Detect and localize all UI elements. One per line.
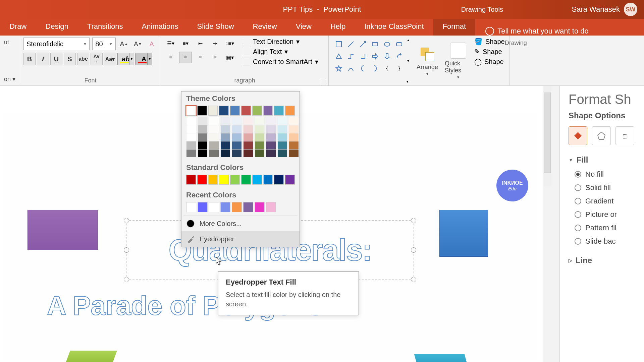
color-shade-swatch[interactable] xyxy=(186,125,196,133)
color-shade-swatch[interactable] xyxy=(289,149,299,157)
color-swatch[interactable] xyxy=(186,106,196,116)
shape-brace2-icon[interactable]: { xyxy=(382,63,392,74)
color-shade-swatch[interactable] xyxy=(232,125,242,133)
resize-handle[interactable] xyxy=(411,247,416,253)
picture-fill-radio[interactable]: Picture or xyxy=(575,210,644,219)
color-shade-swatch[interactable] xyxy=(266,125,276,133)
color-shade-swatch[interactable] xyxy=(220,117,230,125)
teal-trapezoid-shape[interactable] xyxy=(414,354,468,362)
change-case-button[interactable]: Aa▾ xyxy=(104,53,116,65)
tab-draw[interactable]: Draw xyxy=(0,19,36,36)
color-shade-swatch[interactable] xyxy=(255,125,265,133)
shape-textbox-icon[interactable] xyxy=(333,39,344,50)
color-shade-swatch[interactable] xyxy=(220,141,230,149)
purple-rectangle-shape[interactable] xyxy=(28,210,98,250)
color-swatch[interactable] xyxy=(266,202,276,212)
color-shade-swatch[interactable] xyxy=(243,117,253,125)
tab-animations[interactable]: Animations xyxy=(132,19,188,36)
align-text-button[interactable]: Align Text ▾ xyxy=(243,48,318,56)
tab-view[interactable]: View xyxy=(286,19,321,36)
effects-tab-icon[interactable] xyxy=(592,126,611,145)
shape-arrow-down-icon[interactable] xyxy=(382,51,392,62)
vertical-scrollbar[interactable] xyxy=(543,86,551,186)
color-shade-swatch[interactable] xyxy=(255,149,265,157)
color-shade-swatch[interactable] xyxy=(243,125,253,133)
color-shade-swatch[interactable] xyxy=(255,133,265,141)
color-swatch[interactable] xyxy=(232,202,242,212)
color-shade-swatch[interactable] xyxy=(243,141,253,149)
align-right-icon[interactable]: ≡ xyxy=(194,52,207,63)
no-fill-radio[interactable]: No fill xyxy=(575,170,644,179)
tab-transitions[interactable]: Transitions xyxy=(78,19,132,36)
color-swatch[interactable] xyxy=(219,175,229,185)
color-shade-swatch[interactable] xyxy=(277,117,287,125)
color-shade-swatch[interactable] xyxy=(186,117,196,125)
color-shade-swatch[interactable] xyxy=(209,117,219,125)
eyedropper-item[interactable]: Eyedropper xyxy=(181,231,300,247)
tab-review[interactable]: Review xyxy=(244,19,286,36)
resize-handle[interactable] xyxy=(124,218,129,223)
text-direction-button[interactable]: Text Direction ▾ xyxy=(243,38,318,46)
numbering-button[interactable]: ≡▾ xyxy=(179,38,192,49)
font-name-dropdown[interactable]: Stereofidelic▼ xyxy=(23,38,90,50)
pattern-fill-radio[interactable]: Pattern fil xyxy=(575,224,644,232)
color-swatch[interactable] xyxy=(220,202,230,212)
color-swatch[interactable] xyxy=(252,175,262,185)
tab-slideshow[interactable]: Slide Show xyxy=(187,19,243,36)
color-shade-swatch[interactable] xyxy=(289,125,299,133)
shadow-button[interactable]: S xyxy=(64,53,76,65)
shape-fill-button[interactable]: 🪣Shape xyxy=(474,38,505,46)
user-area[interactable]: Sara Wanasek SW xyxy=(572,3,637,16)
tab-help[interactable]: Help xyxy=(321,19,355,36)
line-spacing-icon[interactable]: ↕≡▾ xyxy=(223,38,236,49)
color-swatch[interactable] xyxy=(198,202,208,212)
resize-handle[interactable] xyxy=(411,218,416,223)
color-swatch[interactable] xyxy=(241,175,251,185)
color-shade-swatch[interactable] xyxy=(243,133,253,141)
color-shade-swatch[interactable] xyxy=(209,125,219,133)
shape-roundrect-icon[interactable] xyxy=(394,39,405,50)
paragraph-launcher[interactable] xyxy=(322,79,327,84)
shape-star-icon[interactable] xyxy=(333,63,344,74)
cut-button-partial[interactable]: ut xyxy=(3,38,16,47)
line-section-header[interactable]: ▷Line xyxy=(569,256,644,265)
shape-oval-icon[interactable] xyxy=(382,39,392,50)
size-tab-icon[interactable]: ⬚ xyxy=(615,126,634,145)
increase-indent-icon[interactable]: ⇥ xyxy=(209,38,221,49)
bullets-button[interactable]: ☰▾ xyxy=(164,38,177,49)
color-shade-swatch[interactable] xyxy=(255,117,265,125)
shape-triangle-icon[interactable] xyxy=(333,51,344,62)
shape-rect-icon[interactable] xyxy=(370,39,380,50)
color-shade-swatch[interactable] xyxy=(266,117,276,125)
font-color-button[interactable]: A▼ xyxy=(136,53,152,65)
shape-line-icon[interactable] xyxy=(345,39,356,50)
clear-formatting-icon[interactable]: A xyxy=(146,38,158,50)
blue-square-shape[interactable] xyxy=(439,210,488,257)
color-shade-swatch[interactable] xyxy=(198,125,208,133)
text-highlight-button[interactable]: ab▼ xyxy=(117,53,134,65)
color-shade-swatch[interactable] xyxy=(232,141,242,149)
color-swatch[interactable] xyxy=(208,175,218,185)
color-swatch[interactable] xyxy=(197,175,207,185)
tab-design[interactable]: Design xyxy=(36,19,77,36)
color-shade-swatch[interactable] xyxy=(255,141,265,149)
increase-font-icon[interactable]: A▲ xyxy=(118,38,130,50)
color-swatch[interactable] xyxy=(274,175,284,185)
color-swatch[interactable] xyxy=(243,202,253,212)
shape-arrow-right-icon[interactable] xyxy=(370,51,380,62)
shape-effects-button[interactable]: ◯Shape xyxy=(474,58,505,66)
tab-format[interactable]: Format xyxy=(433,19,476,36)
font-size-dropdown[interactable]: 80▼ xyxy=(92,38,115,50)
bold-button[interactable]: B xyxy=(23,53,36,65)
scroll-thumb[interactable] xyxy=(544,93,551,173)
shape-elbow-icon[interactable] xyxy=(345,51,356,62)
color-swatch[interactable] xyxy=(285,175,295,185)
quick-styles-button[interactable]: Quick Styles▼ xyxy=(445,38,472,84)
color-swatch[interactable] xyxy=(209,202,219,212)
tell-me[interactable]: Tell me what you want to do xyxy=(475,27,588,36)
color-shade-swatch[interactable] xyxy=(277,125,287,133)
resize-handle[interactable] xyxy=(124,247,129,253)
color-shade-swatch[interactable] xyxy=(198,117,208,125)
shape-brace-left-icon[interactable] xyxy=(358,63,368,74)
underline-button[interactable]: U xyxy=(50,53,62,65)
